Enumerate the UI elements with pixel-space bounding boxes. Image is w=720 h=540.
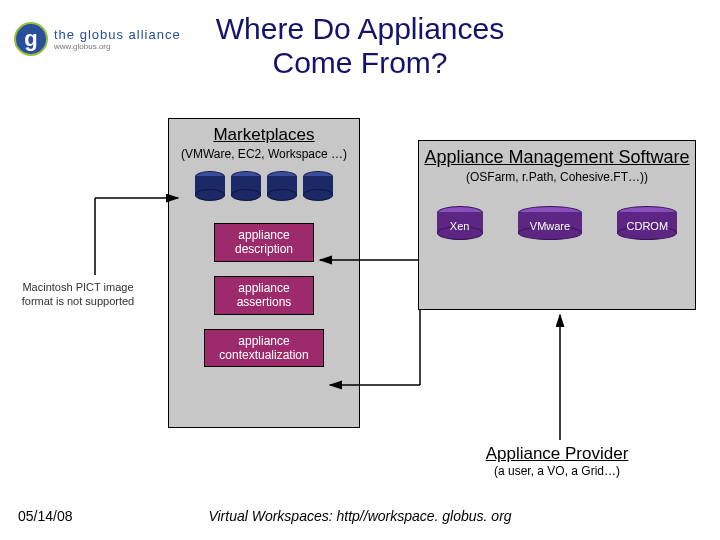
db-cylinder-icon (267, 171, 297, 201)
mgmt-item-cdrom: CDROM (617, 206, 677, 232)
mgmt-sub: (OSFarm, r.Path, Cohesive.FT…)) (419, 170, 695, 184)
mgmt-item-label: CDROM (627, 220, 669, 232)
mgmt-heading: Appliance Management Software (419, 147, 695, 168)
db-cylinder-icon (195, 171, 225, 201)
mgmt-item-vmware: VMware (518, 206, 582, 232)
marketplaces-panel: Marketplaces (VMWare, EC2, Workspace …) … (168, 118, 360, 428)
db-cylinder-icon (231, 171, 261, 201)
appliance-provider-block: Appliance Provider (a user, a VO, a Grid… (418, 444, 696, 478)
marketplaces-heading: Marketplaces (169, 125, 359, 145)
mgmt-item-label: Xen (450, 220, 470, 232)
appliance-contextualization-box: appliance contextualization (204, 329, 324, 368)
provider-heading: Appliance Provider (418, 444, 696, 464)
appliance-description-box: appliance description (214, 223, 314, 262)
appliance-mgmt-panel: Appliance Management Software (OSFarm, r… (418, 140, 696, 310)
provider-sub: (a user, a VO, a Grid…) (418, 464, 696, 478)
appliance-assertions-box: appliance assertions (214, 276, 314, 315)
slide-title: Where Do Appliances Come From? (0, 12, 720, 80)
footer-credit: Virtual Workspaces: http//workspace. glo… (0, 508, 720, 524)
db-cylinder-icon (303, 171, 333, 201)
pict-placeholder: Macintosh PICT image format is not suppo… (18, 280, 138, 309)
title-line-2: Come From? (0, 46, 720, 80)
title-line-1: Where Do Appliances (0, 12, 720, 46)
mgmt-item-xen: Xen (437, 206, 483, 232)
marketplace-db-row (169, 171, 359, 201)
marketplaces-sub: (VMWare, EC2, Workspace …) (169, 147, 359, 161)
mgmt-item-label: VMware (530, 220, 570, 232)
